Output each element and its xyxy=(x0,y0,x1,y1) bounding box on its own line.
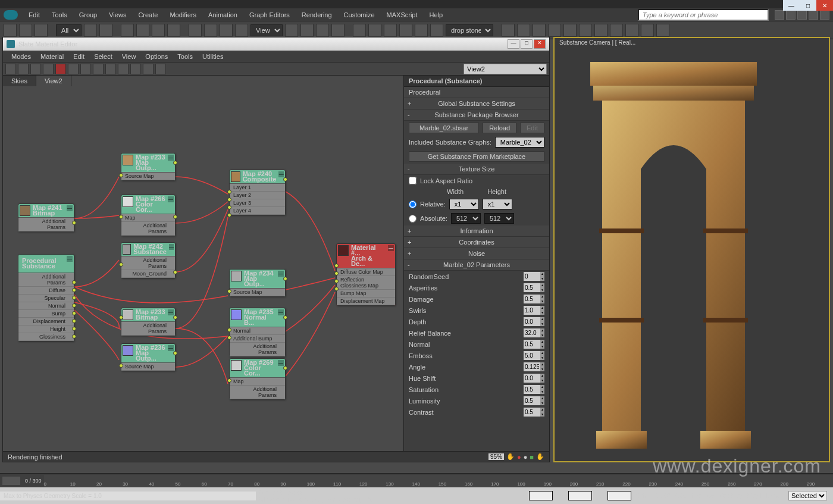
tool-button[interactable] xyxy=(579,24,592,37)
tool-button[interactable] xyxy=(235,24,248,37)
nav-icon[interactable]: ● xyxy=(524,453,528,461)
tool-button[interactable] xyxy=(625,24,638,37)
tool-button[interactable] xyxy=(4,24,17,37)
section-marble-params[interactable]: Marble_02 Parameters xyxy=(404,259,549,271)
slate-tab-skies[interactable]: Skies xyxy=(3,76,36,86)
tool-button[interactable] xyxy=(656,24,669,37)
slate-menu-tools[interactable]: Tools xyxy=(173,52,198,61)
section-texture-size[interactable]: Texture Size xyxy=(404,164,549,175)
nav-icon[interactable]: ● xyxy=(517,453,521,461)
node-map233-output[interactable]: Map #233Map Outp...— Source Map xyxy=(121,153,176,181)
tool-button[interactable] xyxy=(316,24,329,37)
slate-tool-button[interactable] xyxy=(80,64,91,74)
node-material-archdesign[interactable]: Material #...Arch & De...— Diffuse Color… xyxy=(336,243,396,306)
set-key-button[interactable]: Set Key xyxy=(719,492,743,499)
section-package-browser[interactable]: Substance Package Browser xyxy=(404,109,549,121)
menu-group[interactable]: Group xyxy=(73,9,104,21)
section-global-settings[interactable]: Global Substance Settings xyxy=(404,98,549,109)
tool-button[interactable] xyxy=(533,24,546,37)
node-map234[interactable]: Map #234Map Outp...— Source Map xyxy=(229,269,286,297)
tool-button[interactable] xyxy=(430,24,443,37)
slate-tool-button[interactable] xyxy=(43,64,54,74)
substance-file-button[interactable]: Marble_02.sbsar xyxy=(409,123,479,133)
icon-button[interactable] xyxy=(786,10,796,20)
abs-width-dropdown[interactable]: 512 xyxy=(451,213,481,224)
included-graphs-dropdown[interactable]: Marble_02 xyxy=(495,137,544,148)
minimize-button[interactable]: — xyxy=(783,0,800,11)
param-spinner[interactable]: ▲▼ xyxy=(524,408,544,417)
param-spinner[interactable]: ▲▼ xyxy=(524,306,544,315)
section-information[interactable]: Information xyxy=(404,226,549,237)
tool-button[interactable] xyxy=(152,24,165,37)
tool-button[interactable] xyxy=(220,24,233,37)
close-button[interactable]: ✕ xyxy=(816,0,833,11)
slate-tool-button[interactable] xyxy=(18,64,29,74)
maximize-button[interactable]: □ xyxy=(800,0,816,11)
lock-aspect-checkbox[interactable] xyxy=(409,177,416,184)
nav-icon[interactable]: ■ xyxy=(530,453,534,461)
tool-button[interactable] xyxy=(121,24,134,37)
param-spinner[interactable]: ▲▼ xyxy=(524,374,544,383)
node-map269[interactable]: Map #269Color Cor...— MapAdditional Para… xyxy=(229,358,286,400)
tool-button[interactable] xyxy=(548,24,561,37)
tool-button[interactable] xyxy=(415,24,428,37)
tool-button[interactable] xyxy=(641,24,654,37)
tool-button[interactable] xyxy=(189,24,202,37)
menu-help[interactable]: Help xyxy=(424,9,449,21)
slate-menu-edit[interactable]: Edit xyxy=(68,52,89,61)
menu-edit[interactable]: Edit xyxy=(23,9,46,21)
section-coordinates[interactable]: Coordinates xyxy=(404,237,549,248)
named-selection-dropdown[interactable]: drop stones xyxy=(446,24,493,36)
rel-height-dropdown[interactable]: x1 xyxy=(483,199,512,209)
edit-button[interactable]: Edit xyxy=(520,123,544,133)
menu-create[interactable]: Create xyxy=(132,9,164,21)
tool-button[interactable] xyxy=(35,24,48,37)
tool-button[interactable] xyxy=(204,24,217,37)
node-map235[interactable]: Map #235Normal B...— NormalAdditional Bu… xyxy=(229,308,286,357)
section-noise[interactable]: Noise xyxy=(404,248,549,259)
node-map242[interactable]: Map #242Substance— Additional ParamsMoon… xyxy=(121,242,176,278)
slate-titlebar[interactable]: Slate Material Editor — □ ✕ xyxy=(3,37,549,51)
tool-button[interactable] xyxy=(331,24,345,37)
y-coord-input[interactable] xyxy=(568,491,592,500)
tool-button[interactable] xyxy=(167,24,180,37)
abs-height-dropdown[interactable]: 512 xyxy=(484,213,514,224)
slate-tool-button[interactable] xyxy=(5,64,16,74)
slate-tool-button[interactable] xyxy=(155,64,166,74)
node-map266[interactable]: Map #266Color Cor...— MapAdditional Para… xyxy=(121,195,176,236)
app-logo-icon[interactable] xyxy=(4,10,18,20)
tool-button[interactable] xyxy=(368,24,381,37)
z-coord-input[interactable] xyxy=(607,491,631,500)
slate-menu-view[interactable]: View xyxy=(117,52,141,61)
slate-tool-button[interactable] xyxy=(105,64,116,74)
param-spinner[interactable]: ▲▼ xyxy=(524,351,544,360)
timeline-slider[interactable] xyxy=(2,477,20,485)
slate-tool-button[interactable] xyxy=(93,64,104,74)
tool-button[interactable] xyxy=(99,24,112,37)
node-map240[interactable]: Map #240Composite— Layer 1Layer 2Layer 3… xyxy=(229,170,286,215)
icon-button[interactable] xyxy=(775,10,784,20)
param-spinner[interactable]: ▲▼ xyxy=(524,340,544,349)
slate-tool-button[interactable] xyxy=(30,64,41,74)
menu-graph-editors[interactable]: Graph Editors xyxy=(243,9,296,21)
tool-button[interactable] xyxy=(353,24,366,37)
x-coord-input[interactable] xyxy=(529,491,553,500)
slate-close-button[interactable]: ✕ xyxy=(534,39,546,49)
slate-maximize-button[interactable]: □ xyxy=(521,39,533,49)
menu-views[interactable]: Views xyxy=(103,9,132,21)
param-spinner[interactable]: ▲▼ xyxy=(524,283,544,292)
slate-tool-button[interactable] xyxy=(130,64,141,74)
pan-icon[interactable]: ✋ xyxy=(506,453,515,461)
param-spinner[interactable]: ▲▼ xyxy=(524,328,544,337)
selection-set-dropdown[interactable]: All xyxy=(56,24,82,36)
tool-button[interactable] xyxy=(594,24,607,37)
menu-customize[interactable]: Customize xyxy=(338,9,381,21)
reload-button[interactable]: Reload xyxy=(483,123,516,133)
param-spinner[interactable]: ▲▼ xyxy=(524,317,544,326)
search-input[interactable] xyxy=(638,9,769,21)
node-map233-bitmap[interactable]: Map #233Bitmap— Additional Params xyxy=(121,308,176,336)
tool-button[interactable] xyxy=(84,24,97,37)
tool-button[interactable] xyxy=(136,24,149,37)
slate-delete-button[interactable] xyxy=(55,64,66,74)
param-spinner[interactable]: ▲▼ xyxy=(524,295,544,303)
